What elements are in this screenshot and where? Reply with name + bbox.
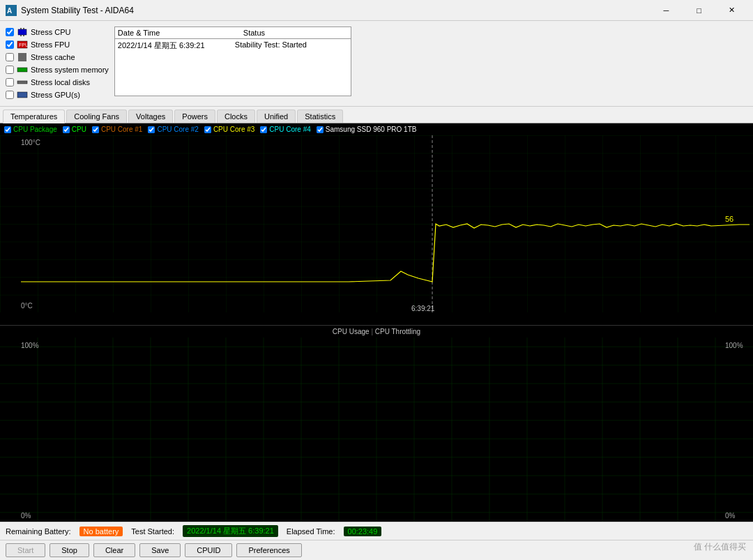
save-button[interactable]: Save	[139, 543, 181, 557]
stress-cpu-checkbox[interactable]	[6, 28, 14, 36]
log-header: Date & Time Status	[115, 27, 351, 39]
log-datetime-cell: 2022/1/14 星期五 6:39:21	[118, 40, 229, 51]
legend-cpu-package-label: CPU Package	[13, 126, 57, 133]
svg-text:100°C: 100°C	[21, 139, 40, 146]
tab-powers[interactable]: Powers	[174, 109, 215, 123]
clear-button[interactable]: Clear	[93, 543, 135, 557]
legend-ssd-checkbox[interactable]	[317, 126, 324, 133]
legend-cpu-checkbox[interactable]	[63, 126, 70, 133]
tab-clocks[interactable]: Clocks	[217, 109, 255, 123]
stress-cache-label: Stress cache	[31, 53, 75, 61]
svg-rect-10	[17, 68, 27, 72]
svg-text:0°C: 0°C	[21, 302, 33, 310]
titlebar-controls: ─ □ ✕	[651, 0, 747, 21]
stress-cpu-label: Stress CPU	[31, 28, 70, 36]
gpu-icon	[17, 89, 28, 100]
svg-text:100%: 100%	[21, 342, 39, 349]
legend-cpu-core3-checkbox[interactable]	[204, 126, 211, 133]
legend-cpu-core1-label: CPU Core #1	[101, 126, 142, 133]
test-started-label: Test Started:	[131, 527, 174, 536]
bottom-buttons: Start Stop Clear Save CPUID Preferences	[0, 540, 753, 560]
cpu-usage-chart: CPU Usage | CPU Throttling	[0, 326, 753, 522]
legend-cpu-core2-label: CPU Core #2	[157, 126, 198, 133]
log-table: Date & Time Status 2022/1/14 星期五 6:39:21…	[114, 27, 351, 96]
stress-gpu-label: Stress GPU(s)	[31, 91, 80, 99]
app-icon: A	[6, 5, 17, 16]
tabs-bar: Temperatures Cooling Fans Voltages Power…	[0, 107, 753, 123]
stress-gpu-checkbox[interactable]	[6, 91, 14, 99]
svg-text:FPU: FPU	[19, 43, 28, 47]
svg-text:0%: 0%	[725, 512, 736, 520]
stress-gpu-item: Stress GPU(s)	[6, 89, 109, 100]
legend-cpu-package-checkbox[interactable]	[4, 126, 11, 133]
cpu-usage-label: CPU Usage	[333, 328, 370, 335]
legend-cpu-core4-label: CPU Core #4	[269, 126, 310, 133]
tab-unified[interactable]: Unified	[257, 109, 296, 123]
legend-cpu-core1: CPU Core #1	[92, 126, 142, 133]
test-started-value: 2022/1/14 星期五 6:39:21	[183, 525, 278, 537]
svg-text:6:39:21: 6:39:21	[411, 305, 435, 312]
stress-cpu-item: Stress CPU	[6, 27, 109, 38]
legend-cpu-core2-checkbox[interactable]	[148, 126, 155, 133]
stress-cache-item: Stress cache	[6, 52, 109, 63]
legend-cpu-core2: CPU Core #2	[148, 126, 198, 133]
svg-text:100%: 100%	[725, 342, 743, 349]
svg-rect-4	[23, 28, 24, 29]
disk-icon	[17, 77, 28, 88]
legend-ssd: Samsung SSD 960 PRO 1TB	[317, 126, 417, 133]
tab-voltages[interactable]: Voltages	[128, 109, 173, 123]
stress-fpu-item: FPU Stress FPU	[6, 39, 109, 50]
close-button[interactable]: ✕	[716, 0, 747, 21]
legend-cpu-label: CPU	[72, 126, 86, 133]
stress-memory-item: Stress system memory	[6, 64, 109, 75]
legend-cpu: CPU	[63, 126, 86, 133]
svg-rect-12	[17, 92, 27, 98]
svg-rect-2	[18, 29, 26, 35]
stress-disk-checkbox[interactable]	[6, 78, 14, 86]
svg-text:A: A	[7, 7, 12, 15]
minimize-button[interactable]: ─	[651, 0, 682, 21]
preferences-button[interactable]: Preferences	[236, 543, 301, 557]
tab-statistics[interactable]: Statistics	[297, 109, 343, 123]
cpu-chart-title: CPU Usage | CPU Throttling	[0, 326, 753, 338]
svg-rect-5	[20, 35, 22, 36]
legend-cpu-core3: CPU Core #3	[204, 126, 254, 133]
svg-text:0%: 0%	[21, 512, 31, 520]
stress-memory-checkbox[interactable]	[6, 66, 14, 74]
cpu-icon	[17, 27, 28, 38]
svg-text:56: 56	[725, 215, 733, 223]
svg-rect-9	[18, 53, 26, 61]
svg-rect-3	[20, 28, 22, 29]
temp-chart: CPU Package CPU CPU Core #1 CPU Core #2 …	[0, 123, 753, 326]
maximize-button[interactable]: □	[683, 0, 715, 21]
svg-rect-6	[23, 35, 24, 36]
tab-temperatures[interactable]: Temperatures	[3, 109, 65, 123]
stop-button[interactable]: Stop	[50, 543, 89, 557]
cpu-throttling-label: CPU Throttling	[375, 328, 420, 335]
stress-cache-checkbox[interactable]	[6, 53, 14, 61]
legend-cpu-core4: CPU Core #4	[260, 126, 310, 133]
log-status-header: Status	[243, 29, 348, 37]
temp-chart-svg: 100°C 0°C 56 6:39:21	[0, 135, 753, 312]
legend-cpu-package: CPU Package	[4, 126, 57, 133]
legend-cpu-core1-checkbox[interactable]	[92, 126, 99, 133]
cpuid-button[interactable]: CPUID	[185, 543, 232, 557]
start-button[interactable]: Start	[6, 543, 45, 557]
stress-disk-label: Stress local disks	[31, 78, 90, 86]
legend-cpu-core4-checkbox[interactable]	[260, 126, 267, 133]
cpu-chart-svg: 100% 0% 100% 0%	[0, 338, 753, 522]
stress-fpu-label: Stress FPU	[31, 40, 70, 49]
elapsed-label: Elapsed Time:	[287, 527, 335, 536]
log-status-cell: Stability Test: Started	[235, 40, 348, 51]
stress-fpu-checkbox[interactable]	[6, 40, 14, 49]
stress-options: Stress CPU FPU Stress FPU Stress cache	[6, 27, 109, 100]
main-window: Stress CPU FPU Stress FPU Stress cache	[0, 21, 753, 560]
temp-chart-legend: CPU Package CPU CPU Core #1 CPU Core #2 …	[0, 123, 753, 135]
battery-label: Remaining Battery:	[6, 527, 71, 536]
fpu-icon: FPU	[17, 39, 28, 50]
log-datetime-header: Date & Time	[118, 29, 229, 37]
tab-cooling-fans[interactable]: Cooling Fans	[66, 109, 127, 123]
legend-cpu-core3-label: CPU Core #3	[213, 126, 254, 133]
stress-disk-item: Stress local disks	[6, 77, 109, 88]
status-bar: Remaining Battery: No battery Test Start…	[0, 522, 753, 540]
